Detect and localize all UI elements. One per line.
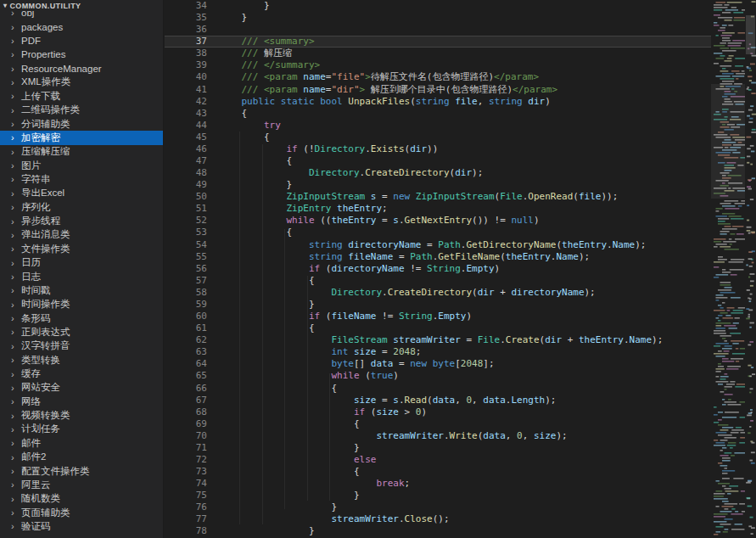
code-line[interactable]: 61 { [165, 322, 711, 334]
code-line[interactable]: 74 break; [165, 478, 711, 490]
code-line[interactable]: 66 { [165, 383, 711, 395]
tree-item[interactable]: ›网站安全 [0, 381, 163, 395]
line-number[interactable]: 56 [165, 263, 219, 275]
code-line[interactable]: 62 FileStream streamWriter = File.Create… [165, 334, 711, 346]
tree-item[interactable]: ›阿里云 [0, 478, 163, 491]
code-line[interactable]: 43 { [165, 108, 711, 120]
code-line[interactable]: 75 } [165, 490, 711, 502]
code-line[interactable]: 71 } [165, 442, 711, 454]
line-number[interactable]: 64 [165, 358, 219, 370]
tree-item[interactable]: ›ResourceManager [0, 61, 163, 75]
line-number[interactable]: 59 [165, 299, 219, 311]
line-number[interactable]: 50 [165, 191, 219, 203]
line-number[interactable]: 54 [165, 239, 219, 251]
tree-item[interactable]: ›时间戳 [0, 283, 163, 297]
line-number[interactable]: 67 [165, 395, 219, 406]
code-line[interactable]: 39 /// </summary> [165, 59, 711, 71]
line-number[interactable]: 60 [165, 311, 219, 322]
code-line[interactable]: 50 ZipInputStream s = new ZipInputStream… [165, 191, 711, 203]
tree-item[interactable]: ›文件操作类 [0, 242, 163, 255]
code-line[interactable]: 40 /// <param name="file">待解压文件名(包含物理路径)… [165, 71, 711, 83]
line-number[interactable]: 34 [165, 0, 219, 12]
tree-item[interactable]: ›obj [0, 11, 163, 20]
line-number[interactable]: 73 [165, 466, 219, 478]
code-line[interactable]: 73 { [165, 466, 711, 478]
line-number[interactable]: 68 [165, 406, 219, 418]
code-line[interactable]: 63 int size = 2048; [165, 346, 711, 358]
code-line[interactable]: 45 { [165, 132, 711, 143]
scrollbar-thumb[interactable] [746, 15, 755, 54]
tree-item[interactable]: ›上传下载 [0, 89, 163, 103]
code-line[interactable]: 38 /// 解压缩 [165, 48, 711, 59]
line-number[interactable]: 62 [165, 334, 219, 346]
line-number[interactable]: 76 [165, 502, 219, 513]
tree-item[interactable]: ›正则表达式 [0, 325, 163, 339]
tree-item[interactable]: ›PDF [0, 34, 163, 48]
minimap-viewport[interactable] [711, 84, 745, 199]
tree-item[interactable]: ›异步线程 [0, 214, 163, 227]
code-line[interactable]: 70 streamWriter.Write(data, 0, size); [165, 430, 711, 442]
line-number[interactable]: 52 [165, 215, 219, 227]
tree-item[interactable]: ›字符串 [0, 172, 163, 186]
code-line[interactable]: 34 } [165, 0, 711, 12]
code-line[interactable]: 78 } [165, 525, 711, 537]
tree-item[interactable]: ›时间操作类 [0, 298, 163, 311]
tree-item[interactable]: ›类型转换 [0, 353, 163, 367]
line-number[interactable]: 66 [165, 383, 219, 395]
tree-item[interactable]: ›视频转换类 [0, 408, 163, 422]
code-line[interactable]: 37 /// <summary> [165, 36, 711, 48]
tree-item[interactable]: ›配置文件操作类 [0, 464, 163, 478]
line-number[interactable]: 46 [165, 143, 219, 155]
line-number[interactable]: 39 [165, 59, 219, 71]
code-line[interactable]: 68 if (size > 0) [165, 406, 711, 418]
code-line[interactable]: 53 { [165, 227, 711, 238]
line-number[interactable]: 43 [165, 108, 219, 120]
line-number[interactable]: 72 [165, 454, 219, 466]
line-number[interactable]: 38 [165, 48, 219, 59]
line-number[interactable]: 65 [165, 370, 219, 382]
code-line[interactable]: 57 { [165, 275, 711, 287]
line-number[interactable]: 53 [165, 227, 219, 238]
code-line[interactable]: 48 Directory.CreateDirectory(dir); [165, 167, 711, 179]
line-number[interactable]: 77 [165, 513, 219, 525]
line-number[interactable]: 58 [165, 287, 219, 299]
line-number[interactable]: 61 [165, 322, 219, 334]
tree-item[interactable]: ›汉字转拼音 [0, 339, 163, 353]
code-line[interactable]: 72 else [165, 454, 711, 466]
tree-item[interactable]: ›压缩解压缩 [0, 145, 163, 159]
tree-item[interactable]: ›二维码操作类 [0, 104, 163, 117]
tree-item[interactable]: ›日志 [0, 270, 163, 283]
code-line[interactable]: 77 streamWriter.Close(); [165, 513, 711, 525]
code-line[interactable]: 47 { [165, 155, 711, 167]
tree-item[interactable]: ›邮件2 [0, 451, 163, 464]
tree-item[interactable]: ›XML操作类 [0, 76, 163, 89]
line-number[interactable]: 36 [165, 24, 219, 36]
line-number[interactable]: 51 [165, 203, 219, 215]
line-number[interactable]: 63 [165, 346, 219, 358]
line-number[interactable]: 48 [165, 167, 219, 179]
line-number[interactable]: 78 [165, 525, 219, 537]
code-line[interactable]: 67 size = s.Read(data, 0, data.Length); [165, 395, 711, 406]
line-number[interactable]: 37 [165, 36, 219, 48]
line-number[interactable]: 44 [165, 120, 219, 132]
explorer-section-header[interactable]: ▾ COMMON.UTILITY [0, 0, 163, 11]
code-line[interactable]: 41 /// <param name="dir"> 解压到哪个目录中(包含物理路… [165, 84, 711, 96]
minimap-canvas[interactable] [711, 0, 745, 538]
line-number[interactable]: 47 [165, 155, 219, 167]
code-line[interactable]: 64 byte[] data = new byte[2048]; [165, 358, 711, 370]
line-number[interactable]: 40 [165, 71, 219, 83]
tree-item[interactable]: ›packages [0, 20, 163, 33]
tree-item[interactable]: ›条形码 [0, 311, 163, 325]
code-line[interactable]: 56 if (directoryName != String.Empty) [165, 263, 711, 275]
tree-item[interactable]: ›计划任务 [0, 423, 163, 436]
tree-item[interactable]: ›随机数类 [0, 492, 163, 506]
code-line[interactable]: 46 if (!Directory.Exists(dir)) [165, 143, 711, 155]
code-editor[interactable]: 34 }35 }3637 /// <summary>38 /// 解压缩39 /… [165, 0, 711, 538]
code-line[interactable]: 65 while (true) [165, 370, 711, 382]
code-line[interactable]: 60 if (fileName != String.Empty) [165, 311, 711, 322]
line-number[interactable]: 75 [165, 490, 219, 502]
tree-item[interactable]: ›图片 [0, 159, 163, 172]
tree-item[interactable]: ›日历 [0, 255, 163, 269]
code-line[interactable]: 42 public static bool UnpackFiles(string… [165, 96, 711, 108]
code-line[interactable]: 36 [165, 24, 711, 36]
